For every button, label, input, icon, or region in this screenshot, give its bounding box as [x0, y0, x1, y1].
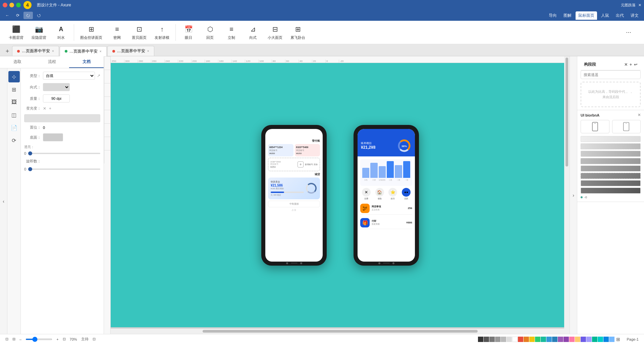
style-preview-6[interactable]: [581, 173, 641, 179]
size-input[interactable]: [43, 94, 70, 102]
zoom-in-button[interactable]: +: [56, 337, 58, 341]
style-preview-4[interactable]: [581, 158, 641, 164]
palette-color-cyan[interactable]: [598, 337, 603, 342]
tab-add-button[interactable]: +: [3, 47, 12, 56]
palette-color-white[interactable]: [512, 337, 518, 342]
zoom-out-button[interactable]: –: [19, 337, 21, 341]
palette-color-orange[interactable]: [524, 337, 529, 342]
fit-label-button[interactable]: 主待: [81, 337, 89, 342]
toolbar-calendar[interactable]: 📅 眼日: [178, 22, 199, 42]
palette-color-pink[interactable]: [569, 337, 575, 342]
phone-size-small[interactable]: [581, 120, 609, 133]
palette-color-silver[interactable]: [501, 337, 506, 342]
left-tab-select[interactable]: 选取: [0, 56, 35, 68]
palette-color-darkpurple[interactable]: [564, 337, 569, 342]
toolbar-place-page[interactable]: ⊡ 置贝面页: [128, 22, 150, 42]
image-tool-button[interactable]: 🖼: [8, 96, 20, 108]
menu-undo[interactable]: ⭮: [23, 12, 33, 19]
palette-color-darkblue[interactable]: [552, 337, 557, 342]
left-panel-toggle[interactable]: ‹: [0, 68, 7, 334]
tab-2[interactable]: …页面界中平安 ×: [60, 46, 107, 56]
palette-color-gainsboro[interactable]: [506, 337, 512, 342]
toolbar-layout[interactable]: ≡ 立制: [221, 22, 241, 42]
right-back-icon[interactable]: ↩: [634, 62, 637, 67]
opacity-slider[interactable]: [28, 153, 100, 154]
menu-item-guide[interactable]: 导向: [546, 11, 559, 20]
style-preview-7[interactable]: [581, 180, 641, 186]
horizontal-scrollbar[interactable]: [111, 329, 570, 334]
palette-color-skyblue[interactable]: [609, 337, 614, 342]
palette-color-gray[interactable]: [489, 337, 495, 342]
menu-item-person[interactable]: 人鼠: [598, 11, 612, 20]
toolbar-page[interactable]: ⬡ 回页: [200, 22, 220, 42]
style-preview-1[interactable]: [581, 136, 641, 142]
palette-color-peach[interactable]: [575, 337, 580, 342]
title-close-icon[interactable]: ✕: [638, 3, 641, 7]
v-scroll-thumb[interactable]: [566, 58, 568, 166]
right-close-icon[interactable]: ✕: [624, 62, 628, 67]
zoom-value-display[interactable]: 70%: [70, 337, 77, 341]
toolbar-net[interactable]: ≡ 密网: [107, 22, 127, 42]
android-section-close[interactable]: ✕: [638, 113, 641, 117]
tab-1-close[interactable]: ×: [52, 49, 54, 53]
menu-item-publish[interactable]: 出代: [613, 11, 627, 20]
tab-2-close[interactable]: ×: [100, 50, 102, 53]
palette-color-purple[interactable]: [558, 337, 563, 342]
p1-bottom-btn[interactable]: 中制漫按: [268, 201, 320, 207]
style-select[interactable]: 自填: [43, 72, 95, 80]
tab-3-close[interactable]: ×: [147, 49, 149, 53]
p2-icon-1[interactable]: ✕: [362, 188, 371, 197]
fit-page-button[interactable]: ⊡: [63, 337, 66, 341]
toolbar-direction[interactable]: ⊿ 向式: [243, 22, 263, 42]
frame-toggle[interactable]: ⊡: [5, 337, 8, 341]
refresh-button[interactable]: ⟳: [8, 135, 20, 146]
palette-color-emerald[interactable]: [592, 337, 597, 342]
fullscreen-button[interactable]: ⊡: [93, 337, 96, 341]
palette-color-cobalt[interactable]: [603, 337, 609, 342]
p2-icon-3[interactable]: ⭐: [388, 188, 397, 197]
tab-1[interactable]: …页面界中平安 ×: [12, 46, 59, 56]
menu-item-figure[interactable]: 图解: [561, 11, 574, 20]
max-button[interactable]: [16, 3, 21, 7]
menu-item-text[interactable]: 讲文: [628, 11, 641, 20]
palette-color-blue[interactable]: [546, 337, 552, 342]
palette-color-indigo[interactable]: [581, 337, 586, 342]
add-icon[interactable]: +: [298, 161, 304, 167]
palette-color-green[interactable]: [535, 337, 540, 342]
tab-3[interactable]: …页面界中平安 ×: [107, 46, 154, 56]
palette-expand-icon[interactable]: ⊞: [616, 337, 620, 342]
canvas-area[interactable]: 350 300 280 260 240 220 200 180 160 140 …: [104, 56, 570, 334]
palette-color-lavender[interactable]: [586, 337, 592, 342]
toolbar-watermark[interactable]: A 叫水: [51, 22, 71, 42]
toolbar-hide-layer[interactable]: 📷 应隐层背: [28, 22, 50, 42]
resize-toggle[interactable]: ⊟: [12, 337, 15, 341]
p2-icon-4[interactable]: ●●: [402, 188, 411, 197]
toolbar-card-layer[interactable]: ⬛ 卡图层背: [5, 22, 27, 42]
left-tab-doc[interactable]: 文档: [69, 56, 104, 68]
palette-color-teal[interactable]: [541, 337, 546, 342]
toolbar-extra-1[interactable]: ⋯: [619, 27, 639, 38]
menu-item-mouse-page[interactable]: 鼠标面页: [576, 11, 597, 20]
window-controls[interactable]: [3, 3, 21, 7]
close-button[interactable]: [3, 3, 7, 7]
zoom-slider-container[interactable]: [25, 339, 52, 340]
menu-refresh[interactable]: ⟳: [13, 12, 22, 19]
h-scroll-thumb[interactable]: [203, 330, 478, 333]
shadow-add-icon[interactable]: +: [49, 106, 51, 111]
right-add-icon[interactable]: +: [630, 62, 632, 67]
shadow-remove-icon[interactable]: ✕: [43, 106, 46, 111]
style-preview-3[interactable]: [581, 151, 641, 157]
grid-view-button[interactable]: ⊞: [8, 84, 20, 95]
style-preview-8[interactable]: [581, 188, 641, 194]
menu-redo[interactable]: ⭯: [34, 12, 44, 19]
layers-button[interactable]: ◫: [8, 109, 20, 121]
style-preview-5[interactable]: [581, 165, 641, 171]
palette-color-yellow[interactable]: [529, 337, 535, 342]
toolbar-page-size[interactable]: ⊟ 小大面页: [264, 22, 286, 42]
right-search-input[interactable]: [581, 70, 641, 79]
pointer-tool-button[interactable]: ⊹: [8, 71, 20, 82]
phone-size-large[interactable]: [612, 120, 641, 133]
toolbar-apply-template[interactable]: ↑ 友射讲模: [151, 22, 173, 42]
style-preview-2[interactable]: [581, 143, 641, 149]
left-tab-flow[interactable]: 流程: [35, 56, 69, 68]
